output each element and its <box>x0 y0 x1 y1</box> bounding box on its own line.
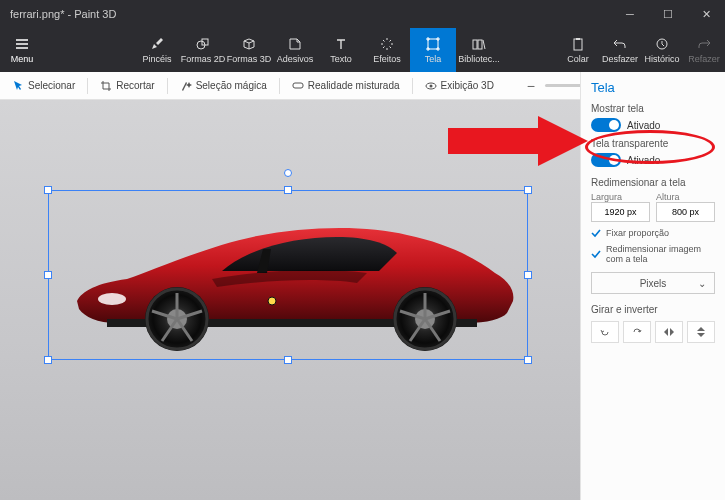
ribbon-effects[interactable]: Efeitos <box>364 28 410 72</box>
resize-handle[interactable] <box>524 186 532 194</box>
svg-point-11 <box>98 293 126 305</box>
rotate-handle[interactable] <box>284 169 292 177</box>
check-icon <box>591 228 601 238</box>
tool-mixed-reality[interactable]: Realidade misturada <box>286 78 406 94</box>
height-label: Altura <box>656 192 715 202</box>
shapes2d-icon <box>195 36 211 52</box>
magic-select-icon <box>180 80 192 92</box>
effects-icon <box>379 36 395 52</box>
resize-handle[interactable] <box>44 356 52 364</box>
resize-handle[interactable] <box>524 271 532 279</box>
paste-icon <box>570 36 586 52</box>
canvas-height-input[interactable] <box>656 202 715 222</box>
svg-rect-4 <box>478 40 482 49</box>
rotate-left-button[interactable] <box>591 321 619 343</box>
rotate-flip-title: Girar e inverter <box>591 304 715 315</box>
title-bar: ferrari.png* - Paint 3D ─ ☐ ✕ <box>0 0 725 28</box>
cursor-icon <box>12 80 24 92</box>
svg-rect-2 <box>428 39 438 49</box>
rotate-left-icon <box>599 326 611 338</box>
canvas-workspace[interactable] <box>0 100 580 500</box>
resize-handle[interactable] <box>44 186 52 194</box>
ribbon-brushes[interactable]: Pincéis <box>134 28 180 72</box>
tool-3d-view[interactable]: Exibição 3D <box>419 78 500 94</box>
ribbon-shapes3d[interactable]: Formas 3D <box>226 28 272 72</box>
show-canvas-state: Ativado <box>627 120 660 131</box>
flip-h-icon <box>663 326 675 338</box>
crop-icon <box>100 80 112 92</box>
ribbon: Menu Pincéis Formas 2D Formas 3D Adesivo… <box>0 28 725 72</box>
ribbon-canvas[interactable]: Tela <box>410 28 456 72</box>
zoom-out-button[interactable]: − <box>521 78 541 94</box>
undo-icon <box>612 36 628 52</box>
flip-vertical-button[interactable] <box>687 321 715 343</box>
transparent-canvas-state: Ativado <box>627 155 660 166</box>
tool-select[interactable]: Selecionar <box>6 78 81 94</box>
svg-point-10 <box>429 84 432 87</box>
canvas-icon <box>425 36 441 52</box>
flip-horizontal-button[interactable] <box>655 321 683 343</box>
car-image[interactable] <box>57 201 521 351</box>
resize-image-checkbox[interactable]: Redimensionar imagem com a tela <box>591 244 715 264</box>
canvas-width-input[interactable] <box>591 202 650 222</box>
ribbon-stickers[interactable]: Adesivos <box>272 28 318 72</box>
eye-icon <box>425 80 437 92</box>
text-icon <box>333 36 349 52</box>
canvas-sidebar: Tela Mostrar tela Ativado Tela transpare… <box>580 72 725 500</box>
redo-icon <box>696 36 712 52</box>
width-label: Largura <box>591 192 650 202</box>
show-canvas-toggle[interactable] <box>591 118 621 132</box>
hamburger-icon <box>14 36 30 52</box>
resize-canvas-title: Redimensionar a tela <box>591 177 715 188</box>
resize-handle[interactable] <box>284 356 292 364</box>
library-icon <box>471 36 487 52</box>
ribbon-history[interactable]: Histórico <box>641 28 683 72</box>
minimize-button[interactable]: ─ <box>611 0 649 28</box>
resize-handle[interactable] <box>524 356 532 364</box>
transparent-canvas-toggle[interactable] <box>591 153 621 167</box>
ribbon-redo[interactable]: Refazer <box>683 28 725 72</box>
transparent-canvas-label: Tela transparente <box>591 138 715 149</box>
resize-handle[interactable] <box>44 271 52 279</box>
ribbon-library[interactable]: Bibliotec... <box>456 28 502 72</box>
tool-magic-select[interactable]: Seleção mágica <box>174 78 273 94</box>
svg-rect-5 <box>574 39 582 50</box>
rotate-right-button[interactable] <box>623 321 651 343</box>
svg-rect-3 <box>473 40 477 49</box>
flip-v-icon <box>695 326 707 338</box>
history-icon <box>654 36 670 52</box>
show-canvas-label: Mostrar tela <box>591 103 715 114</box>
stickers-icon <box>287 36 303 52</box>
unit-select[interactable]: Pixels <box>591 272 715 294</box>
check-icon <box>591 249 601 259</box>
svg-rect-8 <box>293 83 303 88</box>
tool-crop[interactable]: Recortar <box>94 78 160 94</box>
rotate-right-icon <box>631 326 643 338</box>
maximize-button[interactable]: ☐ <box>649 0 687 28</box>
lock-ratio-checkbox[interactable]: Fixar proporção <box>591 228 715 238</box>
close-button[interactable]: ✕ <box>687 0 725 28</box>
ribbon-undo[interactable]: Desfazer <box>599 28 641 72</box>
ribbon-text[interactable]: Texto <box>318 28 364 72</box>
ribbon-shapes2d[interactable]: Formas 2D <box>180 28 226 72</box>
svg-point-28 <box>268 297 276 305</box>
shapes3d-icon <box>241 36 257 52</box>
ribbon-paste[interactable]: Colar <box>557 28 599 72</box>
window-title: ferrari.png* - Paint 3D <box>10 8 611 20</box>
brush-icon <box>149 36 165 52</box>
selection-box[interactable] <box>48 190 528 360</box>
sidebar-title: Tela <box>591 80 715 95</box>
svg-rect-6 <box>576 38 580 40</box>
mixed-reality-icon <box>292 80 304 92</box>
resize-handle[interactable] <box>284 186 292 194</box>
menu-button[interactable]: Menu <box>0 28 44 72</box>
